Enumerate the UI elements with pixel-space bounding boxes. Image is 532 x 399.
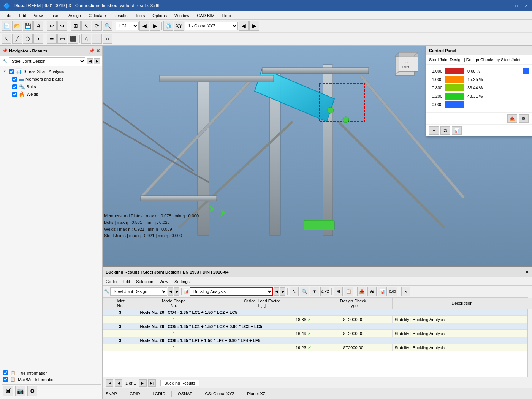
design-prev[interactable]: ◀: [168, 287, 173, 296]
menu-insert[interactable]: Insert: [47, 13, 64, 19]
undo-btn[interactable]: ↩: [47, 21, 57, 31]
nav-bottom-btn2[interactable]: 📷: [15, 386, 25, 396]
cp-settings-btn[interactable]: ⚙: [519, 114, 529, 123]
load-btn[interactable]: ↓: [92, 34, 102, 44]
cube-navigator[interactable]: Front Top: [388, 49, 422, 83]
nav-title-info[interactable]: 📋 Title Information: [2, 370, 101, 376]
nav-bottom-btn3[interactable]: ⚙: [27, 386, 37, 396]
maximize-button[interactable]: □: [514, 3, 519, 8]
view-3d[interactable]: 🧊: [163, 21, 173, 31]
print-btn[interactable]: 🖨: [33, 21, 43, 31]
node-btn[interactable]: •: [33, 34, 43, 44]
menu-tools[interactable]: Tools: [132, 13, 148, 19]
analysis-prev[interactable]: ◀: [274, 287, 279, 296]
table-row[interactable]: 3 Node No. 20 | CO5 - 1.35 * LC1 + 1.50 …: [103, 323, 532, 330]
menu-view[interactable]: View: [31, 13, 46, 19]
tree-checkbox-bolts[interactable]: [12, 84, 17, 89]
menu-assign[interactable]: Assign: [65, 13, 84, 19]
res-menu-selection[interactable]: Selection: [135, 279, 155, 285]
poly-btn[interactable]: ⬡: [23, 34, 33, 44]
close-button[interactable]: ✕: [524, 3, 529, 8]
cursor-btn[interactable]: ↖: [2, 34, 11, 44]
menu-file[interactable]: File: [2, 13, 14, 19]
scrollbar-area[interactable]: [527, 297, 532, 377]
res-close-btn[interactable]: ✕: [525, 269, 529, 275]
solid-btn[interactable]: ⬛: [68, 34, 78, 44]
select-btn[interactable]: ↖: [81, 21, 91, 31]
table-row[interactable]: 1 18.36 ✓ ST2000.00 Stability | Buckling…: [103, 316, 532, 323]
nav-close-btn[interactable]: ✕: [96, 48, 100, 54]
cp-icon-btn3[interactable]: 📊: [452, 126, 462, 135]
tree-item-members[interactable]: ▬ Members and plates: [11, 75, 101, 83]
res-more-btn[interactable]: »: [401, 287, 410, 296]
nav-prev-btn[interactable]: ◀: [87, 58, 93, 64]
status-snap[interactable]: SNAP: [106, 391, 117, 396]
open-btn[interactable]: 📂: [12, 21, 22, 31]
view-combo[interactable]: 1 - Global XYZ: [185, 22, 238, 30]
prev-lc[interactable]: ◀: [139, 21, 149, 31]
menu-options[interactable]: Options: [149, 13, 170, 19]
res-pin-btn[interactable]: ─: [520, 269, 524, 275]
table-row[interactable]: 1 19.23 ✓ ST2000.00 Stability | Buckling…: [103, 344, 532, 352]
page-next-btn[interactable]: ▶: [139, 379, 147, 387]
cp-icon-btn1[interactable]: ≡: [429, 126, 439, 135]
res-menu-view[interactable]: View: [158, 279, 170, 285]
res-zero-btn[interactable]: 0.00: [388, 287, 397, 296]
cp-export-btn[interactable]: 📤: [507, 114, 517, 123]
design-combo[interactable]: Steel Joint Design: [110, 287, 167, 296]
res-filter-btn[interactable]: ⊞: [334, 287, 343, 296]
window-controls[interactable]: ─ □ ✕: [504, 3, 529, 8]
viewport[interactable]: Steel Joint Design Steel Joints | Design…: [103, 46, 532, 266]
res-menu-edit[interactable]: Edit: [121, 279, 131, 285]
menu-calculate[interactable]: Calculate: [86, 13, 109, 19]
support-btn[interactable]: △: [81, 34, 91, 44]
res-excel-btn[interactable]: 📊: [378, 287, 387, 296]
nav-maxmin-info[interactable]: 📋 Max/Min Information: [2, 376, 101, 383]
menu-cad-bim[interactable]: CAD-BIM: [194, 13, 217, 19]
analysis-combo[interactable]: Buckling Analysis: [190, 287, 273, 296]
menu-window[interactable]: Window: [171, 13, 192, 19]
view-xy[interactable]: XY: [174, 21, 184, 31]
nav-cb-title[interactable]: [3, 370, 8, 375]
tree-item-welds[interactable]: 🔥 Welds: [11, 90, 101, 98]
page-prev-btn[interactable]: ◀: [115, 379, 122, 387]
res-print-btn[interactable]: 🖨: [367, 287, 377, 296]
table-row[interactable]: 3 Node No. 20 | CO4 - 1.35 * LC1 + 1.50 …: [103, 309, 532, 316]
status-osnap[interactable]: OSNAP: [178, 391, 193, 396]
grid-btn[interactable]: ⊞: [71, 21, 81, 31]
table-row[interactable]: 3 Node No. 20 | CO6 - 1.35 * LF1 + 1.50 …: [103, 337, 532, 344]
status-grid[interactable]: GRID: [130, 391, 140, 396]
page-tab-buckling[interactable]: Buckling Results: [160, 380, 200, 386]
tree-item-stress-strain[interactable]: ▼ 📊 Stress-Strain Analysis: [2, 68, 101, 75]
member-btn[interactable]: ━: [47, 34, 57, 44]
menu-edit[interactable]: Edit: [16, 13, 29, 19]
nav-header-right[interactable]: 📌 ✕: [89, 48, 100, 54]
table-row[interactable]: 1 16.49 ✓ ST2000.00 Stability | Buckling…: [103, 330, 532, 337]
res-export-btn[interactable]: 📤: [357, 287, 366, 296]
tree-checkbox-welds[interactable]: [12, 92, 17, 97]
tree-checkbox-members[interactable]: [12, 77, 17, 82]
cp-icon-btn2[interactable]: ⚖: [440, 126, 450, 135]
rotate-btn[interactable]: ⟳: [92, 21, 102, 31]
res-xxx-btn[interactable]: x.xx: [320, 287, 329, 296]
nav-bottom-btn1[interactable]: 🖼: [3, 386, 13, 396]
res-menu-settings[interactable]: Settings: [173, 279, 191, 285]
save-btn[interactable]: 💾: [23, 21, 33, 31]
redo-btn[interactable]: ↪: [57, 21, 67, 31]
page-first-btn[interactable]: |◀: [106, 379, 113, 387]
menu-help[interactable]: Help: [219, 13, 234, 19]
dim-btn[interactable]: ↔: [103, 34, 112, 44]
minimize-button[interactable]: ─: [504, 3, 509, 8]
tree-item-bolts[interactable]: 🔩 Bolts: [11, 83, 101, 90]
res-copy-btn[interactable]: 📋: [344, 287, 353, 296]
tree-checkbox-stress[interactable]: [9, 69, 14, 74]
nav-design-combo[interactable]: Steel Joint Design: [9, 57, 86, 65]
res-select-btn[interactable]: ↖: [290, 287, 299, 296]
nav-next-btn[interactable]: ▶: [94, 58, 100, 64]
analysis-next[interactable]: ▶: [280, 287, 285, 296]
status-lgrid[interactable]: LGRID: [152, 391, 165, 396]
view-right[interactable]: ▶: [249, 21, 259, 31]
nav-cb-maxmin[interactable]: [3, 377, 8, 382]
line-btn[interactable]: ╱: [12, 34, 22, 44]
lc-combo[interactable]: LC1: [116, 22, 139, 30]
